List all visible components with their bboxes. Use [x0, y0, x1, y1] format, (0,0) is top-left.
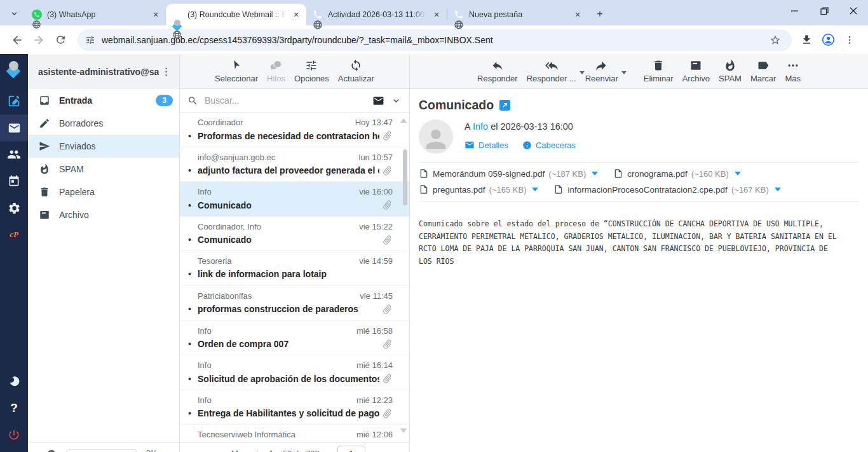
attachment-chip[interactable]: Memorándum 059-signed.pdf (~187 KB) — [419, 168, 598, 179]
account-menu-button[interactable]: ⋮ — [159, 65, 174, 78]
message-row[interactable]: Info mié 16:58 • Orden de compra 007 — [180, 321, 409, 356]
sidebar-folder-archivo[interactable]: Archivo — [28, 203, 179, 226]
url-text[interactable]: webmail.sanjuan.gob.ec/cpsess1453769393/… — [102, 35, 766, 45]
reload-button[interactable] — [50, 29, 71, 51]
window-close-button[interactable] — [839, 0, 868, 22]
tab-title: Actividad 2026-03-13 11:00:00 — [328, 10, 426, 19]
window-minimize-button[interactable] — [780, 0, 810, 22]
address-bar[interactable]: webmail.sanjuan.gob.ec/cpsess1453769393/… — [78, 29, 792, 51]
window-restore-button[interactable] — [810, 0, 839, 22]
attachment-chip[interactable]: preguntas.pdf (~165 KB) — [419, 184, 538, 195]
message-toolbar-fire[interactable]: SPAM — [714, 59, 746, 83]
toolbar-label: Seleccionar — [215, 74, 258, 83]
browser-tab[interactable]: Nueva pestaña ✕ — [447, 4, 588, 25]
message-row[interactable]: Coordinador Hoy 13:47 • Proformas de nec… — [180, 113, 409, 147]
message-toolbar-trash[interactable]: Eliminar — [639, 59, 678, 83]
rail-contacts-button[interactable] — [0, 141, 28, 168]
message-row[interactable]: Tesoreria vie 14:59 • link de informacio… — [180, 251, 409, 286]
message-toolbar-tag[interactable]: Marcar — [746, 59, 780, 83]
search-scope-mail-icon[interactable] — [372, 95, 384, 107]
unread-dot: • — [188, 374, 198, 384]
list-toolbar-actualizar[interactable]: Actualizar — [334, 59, 379, 83]
rail-help-button[interactable]: ? — [0, 395, 28, 421]
rail-mail-button[interactable] — [0, 114, 28, 141]
details-link[interactable]: Detalles — [465, 140, 508, 150]
sidebar-folder-entrada[interactable]: Entrada 3 — [28, 89, 179, 112]
sidebar-folder-borradores[interactable]: Borradores — [28, 112, 179, 135]
browser-tab[interactable]: Actividad 2026-03-13 11:00:00 ✕ — [306, 4, 447, 25]
search-bar[interactable]: Buscar... — [180, 89, 409, 113]
scrollbar-thumb[interactable] — [403, 149, 407, 205]
browser-tab[interactable]: (3) WhatsApp ✕ — [25, 4, 166, 25]
message-toolbar-box[interactable]: Archivo — [678, 59, 714, 83]
message-subject: proformas construccion de paraderos — [198, 304, 379, 314]
sidebar-folder-enviados[interactable]: Enviados — [28, 135, 179, 158]
message-toolbar-reply[interactable]: Responder — [473, 59, 522, 83]
forward-button[interactable] — [28, 29, 50, 51]
tab-search-button[interactable] — [5, 4, 23, 22]
sender-avatar — [419, 120, 453, 154]
recipient-link[interactable]: Info — [473, 121, 488, 132]
scroll-down-arrow[interactable] — [400, 428, 407, 433]
attachment-menu-caret-icon[interactable] — [532, 188, 538, 191]
last-page-button[interactable]: » — [386, 448, 403, 452]
attachment-menu-caret-icon[interactable] — [735, 172, 741, 175]
message-row[interactable]: Info mié 16:14 • Solicitud de aprobación… — [180, 355, 409, 390]
attachment-menu-caret-icon[interactable] — [592, 172, 598, 175]
sidebar-folder-spam[interactable]: SPAM — [28, 158, 179, 181]
tab-close-icon[interactable]: ✕ — [573, 10, 583, 20]
message-toolbar-replyall[interactable]: Responder ... — [522, 59, 581, 83]
attachment-chip[interactable]: cronograma.pdf (~160 KB) — [613, 168, 740, 179]
toolbar-icon — [545, 59, 558, 72]
list-toolbar-seleccionar[interactable]: Seleccionar — [210, 59, 262, 83]
tab-favicon-icon — [172, 10, 182, 20]
tab-close-icon[interactable]: ✕ — [431, 10, 442, 20]
message-date: vie 14:59 — [359, 256, 393, 266]
list-toolbar-hilos[interactable]: Hilos — [262, 59, 290, 83]
new-tab-button[interactable]: + — [592, 6, 608, 22]
message-row[interactable]: Coordinador, Info vie 15:22 • Comunicado — [180, 217, 409, 252]
headers-link[interactable]: Cabeceras — [522, 140, 576, 150]
message-toolbar-dots[interactable]: Más — [780, 59, 805, 83]
external-link-icon — [501, 101, 509, 109]
search-options-chevron-icon[interactable] — [391, 95, 402, 106]
browser-menu-button[interactable] — [839, 29, 860, 51]
list-toolbar-opciones[interactable]: Opciones — [290, 59, 334, 83]
rail-logout-button[interactable] — [0, 421, 28, 448]
page-input[interactable] — [337, 446, 365, 452]
dropdown-caret-icon[interactable] — [621, 71, 627, 74]
rail-compose-button[interactable] — [0, 88, 28, 114]
browser-tab[interactable]: (3) Roundcube Webmail :: Envia ✕ — [166, 4, 306, 25]
tab-title: (3) Roundcube Webmail :: Envia — [187, 10, 286, 19]
attachment-menu-caret-icon[interactable] — [775, 188, 781, 191]
message-row[interactable]: Tecnoserviweb Informática mié 12:06 — [180, 425, 409, 442]
next-page-button[interactable]: › — [370, 448, 386, 452]
back-button[interactable] — [6, 29, 28, 51]
scroll-up-arrow[interactable] — [400, 118, 407, 123]
message-row[interactable]: Info mié 12:23 • Entrega de Habilitantes… — [180, 390, 409, 425]
rail-cpanel-button[interactable]: cP — [0, 221, 28, 248]
sidebar-folder-papelera[interactable]: Papelera — [28, 181, 179, 203]
message-toolbar-forward[interactable]: Reenviar — [581, 59, 623, 83]
bookmark-button[interactable] — [766, 31, 784, 49]
tab-close-icon[interactable]: ✕ — [151, 10, 161, 20]
message-row[interactable]: Info vie 16:00 • Comunicado — [180, 182, 409, 217]
toolbar-icon — [491, 59, 504, 72]
folder-label: Papelera — [59, 187, 173, 197]
rail-calendar-button[interactable] — [0, 168, 28, 195]
profile-button[interactable] — [817, 29, 839, 51]
downloads-button[interactable] — [796, 29, 817, 51]
site-settings-icon[interactable] — [85, 35, 95, 45]
pagination-bar: « ‹ Mensajes 1 a 50 de 728 › » — [180, 442, 409, 452]
message-from: Coordinador, Info — [188, 222, 354, 231]
search-input[interactable]: Buscar... — [205, 95, 366, 106]
open-in-new-window-button[interactable] — [499, 100, 510, 111]
attachment-chip[interactable]: informacionProcesoContratacion2.cpe.pdf … — [553, 184, 780, 195]
message-row[interactable]: Patriciabonifas vie 11:45 • proformas co… — [180, 286, 409, 321]
rail-darkmode-button[interactable] — [0, 368, 28, 395]
first-page-button[interactable]: « — [186, 448, 203, 452]
prev-page-button[interactable]: ‹ — [203, 448, 219, 452]
rail-settings-button[interactable] — [0, 195, 28, 221]
tab-close-icon[interactable]: ✕ — [291, 10, 301, 20]
message-row[interactable]: info@sanjuan.gob.ec lun 10:57 • adjunto … — [180, 147, 409, 182]
